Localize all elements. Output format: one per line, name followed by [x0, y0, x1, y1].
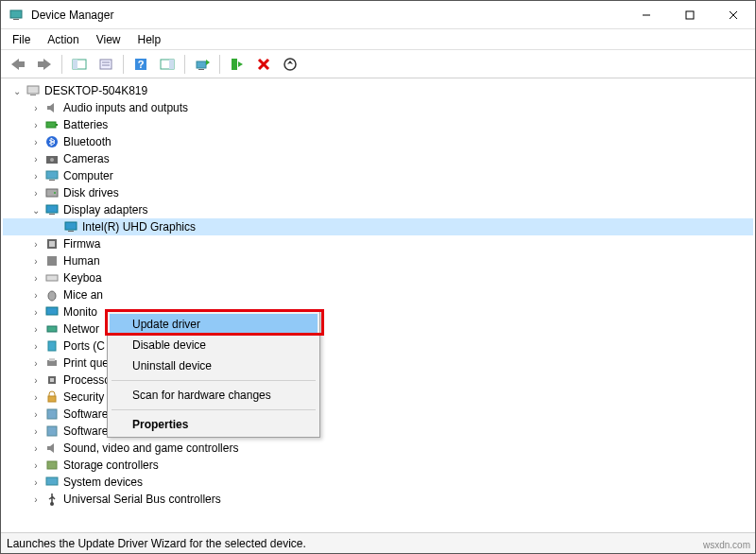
- maximize-button[interactable]: [668, 2, 712, 28]
- tree-node-label: Audio inputs and outputs: [63, 101, 188, 114]
- update-driver-button[interactable]: [191, 53, 214, 76]
- network-icon: [44, 321, 60, 337]
- tree-node-audio[interactable]: › Audio inputs and outputs: [3, 99, 753, 116]
- expand-icon[interactable]: ›: [29, 271, 43, 285]
- svg-rect-9: [73, 60, 77, 69]
- svg-rect-59: [46, 477, 58, 485]
- tree-node-system[interactable]: › System devices: [3, 474, 753, 491]
- tree-node-display[interactable]: ⌄ Display adapters: [3, 201, 753, 218]
- expand-icon[interactable]: ›: [29, 373, 43, 387]
- tree-node-disk[interactable]: › Disk drives: [3, 184, 753, 201]
- menu-view[interactable]: View: [89, 31, 129, 48]
- properties-button[interactable]: [94, 53, 117, 76]
- tree-node-batteries[interactable]: › Batteries: [3, 116, 753, 133]
- uninstall-device-button[interactable]: [252, 53, 275, 76]
- expand-icon[interactable]: ›: [29, 118, 43, 131]
- tree-node-label: Intel(R) UHD Graphics: [82, 220, 196, 234]
- expand-icon[interactable]: ›: [29, 459, 43, 472]
- expand-icon[interactable]: ›: [29, 476, 43, 489]
- software-icon: [44, 424, 60, 439]
- svg-marker-25: [287, 61, 293, 64]
- expand-icon[interactable]: ›: [29, 186, 43, 199]
- expand-icon[interactable]: ›: [29, 441, 43, 455]
- expand-icon[interactable]: ›: [29, 254, 43, 268]
- expand-icon[interactable]: ›: [29, 237, 43, 251]
- svg-rect-26: [27, 86, 39, 94]
- expand-icon[interactable]: ›: [29, 356, 43, 370]
- audio-icon: [44, 100, 60, 115]
- app-icon: [9, 8, 24, 23]
- show-hide-tree-button[interactable]: [68, 53, 91, 76]
- svg-rect-55: [47, 409, 57, 419]
- mouse-icon: [44, 287, 60, 303]
- cpu-icon: [44, 372, 60, 388]
- menu-action[interactable]: Action: [40, 31, 86, 48]
- printer-icon: [44, 355, 60, 371]
- help-button[interactable]: ?: [129, 53, 152, 76]
- svg-rect-0: [10, 10, 22, 18]
- expand-icon[interactable]: ›: [29, 305, 43, 319]
- tree-node-computer[interactable]: › Computer: [3, 167, 753, 184]
- tree-node-cameras[interactable]: › Cameras: [3, 150, 753, 167]
- tree-node-intel-uhd[interactable]: Intel(R) UHD Graphics: [3, 218, 753, 235]
- close-button[interactable]: [712, 2, 755, 28]
- tree-node-sound[interactable]: › Sound, video and game controllers: [3, 440, 753, 457]
- ctx-properties[interactable]: Properties: [110, 414, 318, 435]
- ctx-update-driver[interactable]: Update driver: [110, 314, 318, 335]
- expand-icon[interactable]: ›: [29, 101, 43, 114]
- statusbar: Launches the Update Driver Wizard for th…: [1, 532, 755, 553]
- expand-icon[interactable]: ›: [29, 390, 43, 404]
- expand-icon[interactable]: ›: [29, 152, 43, 165]
- menu-file[interactable]: File: [5, 31, 38, 48]
- expand-icon[interactable]: ›: [29, 407, 43, 421]
- collapse-icon[interactable]: ⌄: [10, 84, 24, 97]
- svg-rect-53: [50, 378, 54, 382]
- svg-marker-57: [47, 443, 54, 453]
- window-controls: [625, 2, 755, 28]
- expand-icon[interactable]: ›: [29, 322, 43, 336]
- tree-root[interactable]: ⌄ DESKTOP-504K819: [3, 82, 753, 99]
- svg-point-33: [50, 158, 54, 162]
- expand-icon[interactable]: ›: [29, 135, 43, 148]
- firmware-icon: [44, 236, 60, 251]
- tree-node-label: Firmwa: [63, 237, 100, 251]
- system-icon: [44, 475, 60, 490]
- expand-icon[interactable]: ›: [29, 493, 43, 506]
- tree-node-label: Universal Serial Bus controllers: [63, 493, 221, 506]
- ctx-scan-hardware[interactable]: Scan for hardware changes: [110, 385, 318, 406]
- svg-rect-40: [65, 222, 77, 230]
- svg-rect-27: [30, 95, 36, 95]
- tree-node-bluetooth[interactable]: › Bluetooth: [3, 133, 753, 150]
- forward-button[interactable]: [33, 53, 56, 76]
- expand-icon[interactable]: ›: [29, 339, 43, 353]
- tree-node-mice[interactable]: › Mice an: [3, 286, 753, 303]
- enable-device-button[interactable]: [226, 53, 249, 76]
- menu-help[interactable]: Help: [130, 31, 169, 48]
- ctx-disable-device[interactable]: Disable device: [110, 335, 318, 355]
- tree-node-storage[interactable]: › Storage controllers: [3, 457, 753, 474]
- minimize-button[interactable]: [625, 2, 668, 28]
- svg-rect-41: [68, 231, 74, 232]
- device-tree[interactable]: ⌄ DESKTOP-504K819 › Audio inputs and out…: [1, 78, 755, 532]
- window-title: Device Manager: [31, 9, 625, 22]
- security-icon: [44, 390, 60, 405]
- storage-icon: [44, 458, 60, 473]
- disk-icon: [44, 185, 60, 200]
- collapse-icon[interactable]: ⌄: [29, 203, 43, 216]
- back-button[interactable]: [7, 53, 29, 76]
- tree-node-label: Human: [63, 254, 100, 268]
- tree-node-firmware[interactable]: › Firmwa: [3, 235, 753, 252]
- expand-icon[interactable]: ›: [29, 169, 43, 182]
- svg-rect-34: [46, 171, 58, 179]
- tree-node-usb[interactable]: › Universal Serial Bus controllers: [3, 491, 753, 508]
- tree-node-keyboard[interactable]: › Keyboa: [3, 269, 753, 286]
- tree-node-label: Display adapters: [63, 203, 147, 216]
- scan-hardware-button[interactable]: [279, 53, 301, 76]
- svg-rect-20: [232, 59, 237, 70]
- action-pane-button[interactable]: [156, 53, 179, 76]
- expand-icon[interactable]: ›: [29, 424, 43, 438]
- expand-icon[interactable]: ›: [29, 288, 43, 302]
- svg-text:?: ?: [138, 59, 145, 70]
- ctx-uninstall-device[interactable]: Uninstall device: [110, 355, 318, 376]
- tree-node-hid[interactable]: › Human: [3, 252, 753, 269]
